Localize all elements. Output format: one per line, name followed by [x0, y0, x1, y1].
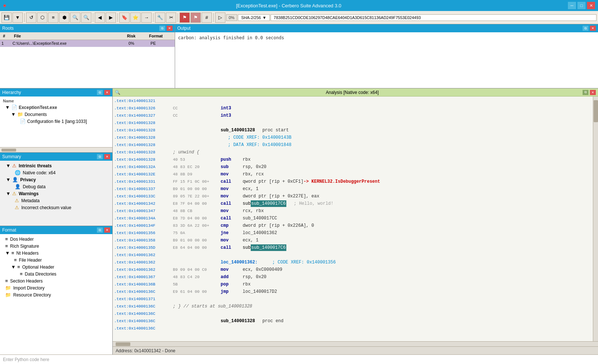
- analysis-close-btn[interactable]: ✕: [590, 90, 596, 95]
- refresh-button[interactable]: ↺: [26, 12, 36, 23]
- tb-btn-11[interactable]: 🔧: [155, 12, 165, 23]
- asm-line[interactable]: .text:0x140001328; unwind {: [113, 149, 593, 156]
- format-rich-sig[interactable]: ≡ Rich Signature: [1, 243, 111, 250]
- summary-metadata[interactable]: ⚠ Metadata: [1, 197, 111, 204]
- asm-line[interactable]: .text:0x14000136C: [113, 325, 593, 332]
- asm-line[interactable]: .text:0x140001326CCint3: [113, 105, 593, 112]
- analysis-vscrollbar[interactable]: [593, 97, 598, 341]
- summary-privacy[interactable]: ▼ 👤 Privacy: [1, 176, 111, 183]
- format-tree[interactable]: ≡ Dos Header ≡ Rich Signature ▼ ≡ Nt Hea…: [0, 234, 112, 354]
- summary-checksum[interactable]: ⚠ Incorrect checksum value: [1, 204, 111, 211]
- maximize-button[interactable]: □: [577, 2, 586, 9]
- asm-line[interactable]: .text:0x14000134AE8 7D 04 00 00callsub_1…: [113, 215, 593, 222]
- roots-row[interactable]: 1 C:\Users\...\ExceptionTest.exe 0% PE: [0, 40, 175, 47]
- summary-native[interactable]: 🌐 Native code: x64: [1, 169, 111, 176]
- format-close-btn[interactable]: ✕: [104, 228, 110, 233]
- asm-line[interactable]: .text:0x14000132E48 8B D9movrbx, rcx: [113, 171, 593, 178]
- tb-btn-8[interactable]: 🔖: [119, 12, 130, 23]
- save-button[interactable]: 💾: [1, 12, 12, 23]
- tb-hash-btn[interactable]: #: [202, 12, 212, 23]
- summary-close-btn[interactable]: ✕: [104, 154, 110, 159]
- asm-line[interactable]: .text:0x14000132840 53pushrbx: [113, 156, 593, 163]
- asm-line[interactable]: .text:0x140001362B9 09 04 00 C0movecx, 0…: [113, 266, 593, 273]
- hierarchy-tree[interactable]: Name ▼ 📄 ExceptionTest.exe ▼ 📁 Documents: [0, 97, 112, 147]
- asm-line[interactable]: .text:0x140001321: [113, 97, 593, 105]
- asm-line[interactable]: .text:0x14000136CE9 61 04 00 00jmploc_14…: [113, 288, 593, 295]
- asm-line[interactable]: .text:0x140001342E8 7F 04 00 00callsubsu…: [113, 200, 593, 207]
- asm-line[interactable]: .text:0x140001371: [113, 295, 593, 303]
- minimize-button[interactable]: ─: [568, 2, 576, 9]
- asm-line[interactable]: .text:0x140001328; CODE XREF: 0x14000143…: [113, 134, 593, 141]
- hierarchy-close-btn[interactable]: ✕: [104, 90, 110, 95]
- tb-btn-2[interactable]: ▼: [12, 12, 23, 23]
- asm-line[interactable]: .text:0x14000133C89 05 7E 22 00+movdword…: [113, 193, 593, 200]
- tb-btn-9[interactable]: ⭐: [130, 12, 141, 23]
- tb-run-btn[interactable]: ▷: [215, 12, 225, 23]
- output-controls: ⧉ ✕: [583, 26, 596, 31]
- summary-warnings[interactable]: ▼ ⚠ Warnings: [1, 190, 111, 197]
- format-import-dir[interactable]: 📁 Import Directory: [1, 284, 111, 291]
- format-section-headers[interactable]: ≡ Section Headers: [1, 277, 111, 284]
- asm-line[interactable]: .text:0x140001327CCint3: [113, 112, 593, 119]
- analysis-float-btn[interactable]: ⧉: [583, 90, 588, 95]
- asm-line[interactable]: .text:0x14000136Csub_140001328proc end: [113, 317, 593, 325]
- doc-icon-5: ≡: [17, 264, 20, 270]
- asm-line[interactable]: .text:0x14000136C; } // starts at sub_14…: [113, 303, 593, 310]
- analysis-content[interactable]: .text:0x140001321.text:0x140001326CCint3…: [113, 97, 593, 341]
- asm-line[interactable]: .text:0x140001362loc_140001362:; CODE XR…: [113, 259, 593, 266]
- tb-btn-4[interactable]: ≡: [48, 12, 58, 23]
- roots-close-btn[interactable]: ✕: [167, 26, 173, 31]
- summary-float-btn[interactable]: ⧉: [97, 154, 103, 159]
- asm-line[interactable]: .text:0x14000134748 8B CBmovrcx, rbx: [113, 207, 593, 215]
- asm-line[interactable]: .text:0x140001331FF 15 F1 0C 00+callqwor…: [113, 178, 593, 185]
- hierarchy-item-exe[interactable]: ▼ 📄 ExceptionTest.exe: [1, 104, 111, 111]
- asm-line[interactable]: .text:0x140001328: [113, 119, 593, 127]
- tb-btn-10[interactable]: →: [141, 12, 152, 23]
- analysis-hscrollbar[interactable]: [113, 341, 598, 346]
- summary-debug[interactable]: 👤 Debug data: [1, 183, 111, 190]
- output-close-btn[interactable]: ✕: [590, 26, 596, 31]
- asm-line[interactable]: .text:0x140001358B9 01 00 00 00movecx, 1: [113, 237, 593, 244]
- format-optional-header[interactable]: ▼ ≡ Optional Header: [1, 263, 111, 270]
- summary-intrinsic[interactable]: ▼ ⚠ Intrinsic threats: [1, 162, 111, 169]
- format-dos-header[interactable]: ≡ Dos Header: [1, 236, 111, 243]
- tb-btn-5[interactable]: ⬢: [59, 12, 69, 23]
- asm-line[interactable]: .text:0x14000135DE8 64 04 00 00callsubsu…: [113, 244, 593, 251]
- asm-line[interactable]: .text:0x14000136748 83 C4 20addrsp, 0x20: [113, 273, 593, 281]
- close-button[interactable]: ✕: [587, 2, 595, 9]
- asm-line[interactable]: .text:0x14000132A48 83 EC 20subrsp, 0x20: [113, 163, 593, 171]
- tb-btn-12[interactable]: ✂: [166, 12, 176, 23]
- nav-fwd-button[interactable]: ▶: [106, 12, 116, 23]
- asm-line[interactable]: .text:0x14000134F83 3D 6A 22 00+cmpdword…: [113, 222, 593, 229]
- asm-line[interactable]: .text:0x14000136C: [113, 310, 593, 317]
- asm-line[interactable]: .text:0x140001328; DATA XREF: 0x14000184…: [113, 141, 593, 149]
- summary-privacy-label: Privacy: [20, 177, 36, 182]
- asm-line[interactable]: .text:0x14000136B5Bpoprbx: [113, 281, 593, 288]
- hierarchy-scrollbar[interactable]: [0, 147, 112, 152]
- tb-flag-2[interactable]: ⚑: [191, 12, 201, 23]
- output-float-btn[interactable]: ⧉: [583, 26, 588, 31]
- asm-line[interactable]: .text:0x140001362: [113, 251, 593, 259]
- asm-line[interactable]: .text:0x14000135675 0Ajneloc_140001362: [113, 229, 593, 237]
- tb-btn-7[interactable]: 🔍: [81, 12, 91, 23]
- format-resource-dir[interactable]: 📁 Resource Directory: [1, 291, 111, 298]
- nav-back-button[interactable]: ◀: [95, 12, 105, 23]
- tb-flag-1[interactable]: ⚑: [180, 12, 190, 23]
- summary-content[interactable]: ▼ ⚠ Intrinsic threats 🌐 Native code: x64…: [0, 161, 112, 226]
- tb-btn-3[interactable]: ⬡: [37, 12, 47, 23]
- roots-float-btn[interactable]: ⧉: [159, 26, 165, 31]
- asm-comment: ; DATA XREF: 0x140001848: [228, 142, 291, 148]
- format-data-dirs[interactable]: ≡ Data Directories: [1, 270, 111, 277]
- format-file-header[interactable]: ≡ File Header: [1, 256, 111, 263]
- hierarchy-item-docs[interactable]: ▼ 📁 Documents: [1, 111, 111, 118]
- python-bar[interactable]: Enter Python code here: [0, 354, 598, 364]
- hierarchy-item-config[interactable]: 📄 Configuration file 1 [lang:1033]: [1, 118, 111, 125]
- asm-line[interactable]: .text:0x140001328sub_140001328proc start: [113, 127, 593, 134]
- hierarchy-float-btn[interactable]: ⧉: [97, 90, 103, 95]
- format-float-btn[interactable]: ⧉: [97, 228, 103, 233]
- asm-line[interactable]: .text:0x140001337B9 01 00 00 00movecx, 1: [113, 185, 593, 193]
- tb-btn-6[interactable]: 🔍: [70, 12, 80, 23]
- format-nt-headers[interactable]: ▼ ≡ Nt Headers: [1, 250, 111, 256]
- hash-algorithm[interactable]: SHA-2/256 ▼: [238, 14, 270, 21]
- roots-table[interactable]: # File Risk Format 1 C:\Users\...\Except…: [0, 32, 175, 88]
